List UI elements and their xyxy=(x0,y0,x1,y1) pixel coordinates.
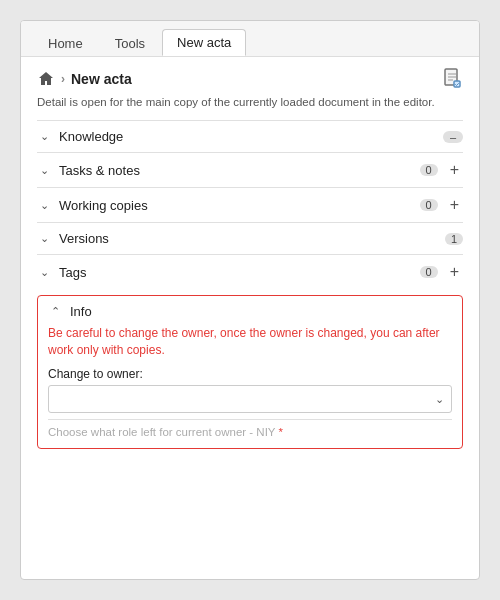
chevron-knowledge-icon: ⌄ xyxy=(37,130,51,143)
owner-dropdown[interactable] xyxy=(48,385,452,413)
section-working-copies-header[interactable]: ⌄ Working copies 0 + xyxy=(37,196,463,214)
section-knowledge: ⌄ Knowledge – xyxy=(37,120,463,152)
working-copies-badge: 0 xyxy=(420,199,438,211)
breadcrumb-separator: › xyxy=(61,72,65,86)
section-tags-title: Tags xyxy=(59,265,412,280)
breadcrumb: › New acta xyxy=(37,70,132,88)
section-tasks: ⌄ Tasks & notes 0 + xyxy=(37,152,463,187)
tab-bar: Home Tools New acta xyxy=(21,21,479,57)
section-versions: ⌄ Versions 1 xyxy=(37,222,463,254)
tab-tools[interactable]: Tools xyxy=(100,30,160,56)
chevron-working-copies-icon: ⌄ xyxy=(37,199,51,212)
section-versions-header[interactable]: ⌄ Versions 1 xyxy=(37,231,463,246)
breadcrumb-title: New acta xyxy=(71,71,132,87)
section-versions-title: Versions xyxy=(59,231,437,246)
tasks-badge: 0 xyxy=(420,164,438,176)
change-owner-label: Change to owner: xyxy=(48,367,452,381)
main-content: › New acta Detail is open for the main c… xyxy=(21,57,479,579)
tab-new-acta[interactable]: New acta xyxy=(162,29,246,56)
knowledge-badge: – xyxy=(443,131,463,143)
section-info-title: Info xyxy=(70,304,452,319)
section-knowledge-title: Knowledge xyxy=(59,129,435,144)
section-knowledge-header[interactable]: ⌄ Knowledge – xyxy=(37,129,463,144)
working-copies-add-icon[interactable]: + xyxy=(446,196,463,214)
chevron-tags-icon: ⌄ xyxy=(37,266,51,279)
tags-add-icon[interactable]: + xyxy=(446,263,463,281)
role-placeholder-text: Choose what role left for current owner … xyxy=(48,419,452,438)
section-tags-header[interactable]: ⌄ Tags 0 + xyxy=(37,263,463,281)
info-warning-text: Be careful to change the owner, once the… xyxy=(48,325,452,359)
section-working-copies: ⌄ Working copies 0 + xyxy=(37,187,463,222)
main-window: Home Tools New acta › New acta xyxy=(20,20,480,580)
section-info: ⌃ Info Be careful to change the owner, o… xyxy=(37,295,463,449)
chevron-versions-icon: ⌄ xyxy=(37,232,51,245)
home-icon[interactable] xyxy=(37,70,55,88)
versions-badge: 1 xyxy=(445,233,463,245)
tags-badge: 0 xyxy=(420,266,438,278)
owner-dropdown-wrapper: ⌄ xyxy=(48,385,452,413)
section-working-copies-title: Working copies xyxy=(59,198,412,213)
tasks-add-icon[interactable]: + xyxy=(446,161,463,179)
section-tags: ⌄ Tags 0 + xyxy=(37,254,463,289)
svg-rect-1 xyxy=(454,81,460,87)
required-star: * xyxy=(275,426,283,438)
chevron-info-icon: ⌃ xyxy=(48,305,62,318)
section-info-header[interactable]: ⌃ Info xyxy=(48,304,452,319)
tab-home[interactable]: Home xyxy=(33,30,98,56)
chevron-tasks-icon: ⌄ xyxy=(37,164,51,177)
section-tasks-header[interactable]: ⌄ Tasks & notes 0 + xyxy=(37,161,463,179)
document-icon xyxy=(441,67,463,94)
section-tasks-title: Tasks & notes xyxy=(59,163,412,178)
subtitle: Detail is open for the main copy of the … xyxy=(37,96,463,108)
